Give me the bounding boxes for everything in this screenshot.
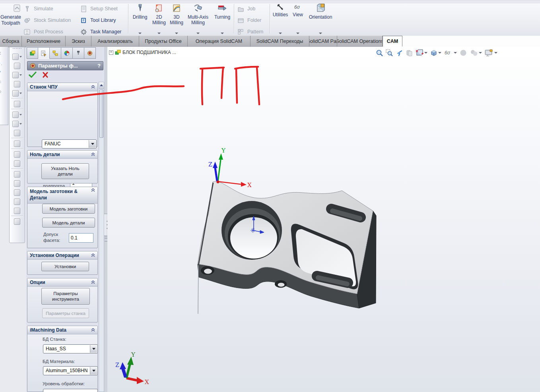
dropdown-arrow-icon[interactable] <box>19 93 22 94</box>
solidcam-operation-tab[interactable] <box>84 47 96 59</box>
facet-tolerance-input[interactable] <box>69 233 93 243</box>
reorder-button[interactable] <box>10 217 25 226</box>
folder-button[interactable]: Folder <box>237 15 261 25</box>
mate-button[interactable] <box>10 70 25 79</box>
dropdown-arrow-icon[interactable] <box>19 74 22 76</box>
clearance-button[interactable] <box>10 159 25 168</box>
task-manager-button[interactable]: Task Manager <box>80 27 122 37</box>
new-part-button[interactable] <box>10 206 25 215</box>
toolbar-grip[interactable] <box>13 48 21 51</box>
simulate-button[interactable]: Simulate <box>24 4 53 14</box>
2d-milling-dropdown-arrow[interactable] <box>157 33 161 34</box>
tab-solidcam-perekhody[interactable]: SolidCAM Переходы <box>251 36 309 46</box>
tab-cam-active[interactable]: CAM <box>383 36 402 46</box>
material-db-dropdown-button[interactable] <box>90 367 97 375</box>
scrollbar-up-button[interactable] <box>99 82 104 89</box>
stock-simulation-button[interactable]: Stock Simulation <box>24 15 71 25</box>
collapse-chevron-icon[interactable] <box>91 188 95 192</box>
turning-button[interactable]: Turning <box>213 3 231 20</box>
multi-axis-dropdown-arrow[interactable] <box>196 33 200 34</box>
3d-model-bearing-block[interactable]: X Y Z X <box>107 47 540 392</box>
multi-axis-milling-button[interactable]: Multi-Axis Milling <box>186 3 210 25</box>
collapse-chevron-icon[interactable] <box>91 253 95 257</box>
exploded-view-button[interactable] <box>10 170 25 179</box>
scrollbar-thumb[interactable] <box>99 89 103 138</box>
section-imachining-header[interactable]: iMachining Data <box>27 326 97 334</box>
tab-produkty-office[interactable]: Продукты Office <box>139 36 188 46</box>
section-cnc-machine-header[interactable]: Станок ЧПУ <box>27 83 97 91</box>
orientation-button[interactable]: Orientation <box>306 3 335 20</box>
envelope-button[interactable] <box>10 197 25 206</box>
dropdown-arrow-icon[interactable] <box>19 114 22 116</box>
setups-button[interactable]: Установки <box>41 262 89 271</box>
section-part-zero-header[interactable]: Ноль детали <box>27 151 97 159</box>
featuremanager-tab[interactable] <box>27 47 38 59</box>
view-dropdown-arrow[interactable] <box>296 33 299 34</box>
propertymanager-tab[interactable] <box>38 47 50 59</box>
smart-fasteners-button[interactable] <box>10 99 25 108</box>
section-models-header[interactable]: Модель заготовки & Детали <box>27 187 97 204</box>
tab-raspolozhenie[interactable]: Расположение <box>22 36 66 46</box>
help-button[interactable]: ? <box>97 63 101 69</box>
tab-analizirovat[interactable]: Анализировать <box>91 36 139 46</box>
tab-solidcam-operations[interactable]: SolidCAM Operations <box>337 36 383 46</box>
clipped-icon[interactable]: ⊃ <box>0 89 8 95</box>
solidcam-tool-tab[interactable] <box>73 47 84 59</box>
attach-button[interactable] <box>10 61 25 70</box>
tool-parameters-button[interactable]: Параметры инструмента <box>41 288 90 305</box>
graphics-viewport[interactable]: + БЛОК ПОДШИПНИКА ... 6σ <box>107 47 540 392</box>
displaymanager-tab[interactable] <box>61 47 73 59</box>
controller-dropdown[interactable]: FANUC <box>42 139 97 149</box>
panel-scrollbar[interactable] <box>99 82 104 392</box>
interference-button[interactable] <box>10 150 25 159</box>
drilling-dropdown-arrow[interactable] <box>138 33 142 34</box>
collapse-chevron-icon[interactable] <box>91 280 95 284</box>
clipped-icon[interactable]: ↱ <box>0 70 8 75</box>
setup-sheet-button[interactable]: Setup Sheet <box>80 4 118 14</box>
drilling-button[interactable]: Drilling <box>131 3 149 20</box>
collapse-chevron-icon[interactable] <box>91 328 95 332</box>
section-setups-header[interactable]: Установки Операции <box>27 251 97 260</box>
rotate-component-button[interactable] <box>10 89 25 98</box>
job-button[interactable]: Job <box>237 4 255 14</box>
explode-line-button[interactable] <box>10 179 25 188</box>
turning-dropdown-arrow[interactable] <box>221 33 224 34</box>
assembly-features-button[interactable] <box>10 119 25 128</box>
tab-solidcam-part[interactable]: SolidCAM Part <box>309 36 337 46</box>
2d-milling-button[interactable]: 2D Milling <box>150 3 168 25</box>
machine-db-dropdown-button[interactable] <box>90 345 97 353</box>
view-button[interactable]: 6σ View <box>291 3 305 17</box>
utilities-dropdown-arrow[interactable] <box>279 33 282 34</box>
clipped-icon[interactable]: ✳ <box>0 79 8 85</box>
clipped-icon[interactable]: ⋱ <box>0 60 8 66</box>
collapse-chevron-icon[interactable] <box>91 153 95 156</box>
machine-db-dropdown[interactable]: Haas_SS <box>43 344 98 353</box>
tab-operaciya-solidcam[interactable]: Операция SolidCAM <box>188 36 251 46</box>
dropdown-arrow-icon[interactable] <box>19 56 22 58</box>
clipped-icon[interactable]: ✕ <box>0 50 8 56</box>
stock-model-button[interactable]: Модель заготовки <box>42 204 95 214</box>
move-component-button[interactable] <box>10 110 25 119</box>
utilities-button[interactable]: Utilities <box>272 3 288 17</box>
bom-button[interactable] <box>10 188 25 197</box>
3d-milling-button[interactable]: 3D Milling <box>167 3 186 25</box>
ok-check-button[interactable] <box>29 71 37 78</box>
pick-part-zero-button[interactable]: Указать Ноль детали <box>41 163 89 179</box>
3d-milling-dropdown-arrow[interactable] <box>175 33 178 34</box>
insert-component-button[interactable] <box>10 52 25 61</box>
collapse-chevron-icon[interactable] <box>91 85 95 89</box>
motion-study-button[interactable] <box>10 128 25 137</box>
tool-library-button[interactable]: Tool Library <box>80 15 116 25</box>
post-process-button[interactable]: G1G3 Post Process <box>24 27 63 37</box>
tab-eskiz[interactable]: Эскиз <box>66 36 91 46</box>
orientation-dropdown-arrow[interactable] <box>319 33 322 34</box>
dropdown-arrow-icon[interactable] <box>19 123 22 125</box>
machining-level-dropdown[interactable] <box>43 389 98 392</box>
target-model-button[interactable]: Модель детали <box>42 218 95 228</box>
section-button[interactable] <box>10 139 25 148</box>
section-options-header[interactable]: Опции <box>27 278 97 287</box>
configurationmanager-tab[interactable] <box>50 47 61 59</box>
controller-dropdown-button[interactable] <box>89 140 96 148</box>
pattern-button[interactable]: Pattern <box>237 27 263 37</box>
material-db-dropdown[interactable]: Aluminum_150BHN <box>43 366 98 375</box>
